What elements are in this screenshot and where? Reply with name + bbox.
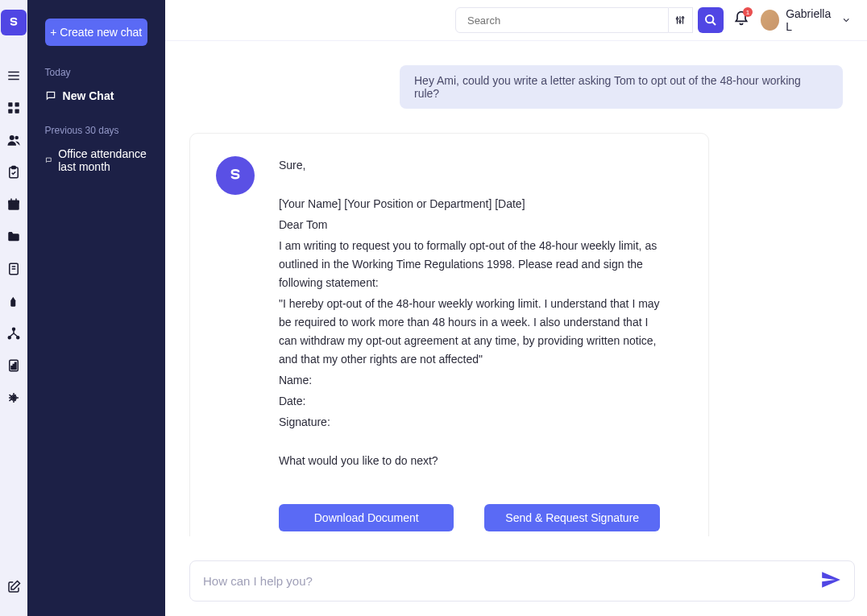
- folder-icon[interactable]: [4, 227, 23, 246]
- avatar: [761, 10, 779, 31]
- ai-actions: Download Document Send & Request Signatu…: [279, 504, 660, 531]
- gear-icon[interactable]: [4, 388, 23, 407]
- user-menu[interactable]: Gabriella L: [761, 7, 851, 33]
- chevron-down-icon: [841, 14, 851, 26]
- svg-rect-22: [11, 366, 13, 370]
- svg-point-20: [17, 337, 19, 339]
- topbar: 1 Gabriella L: [165, 0, 867, 41]
- user-name: Gabriella L: [786, 7, 834, 33]
- edit-icon[interactable]: [4, 577, 23, 597]
- chat-sidebar: + Create new chat Today New Chat Previou…: [27, 0, 165, 616]
- svg-rect-6: [15, 110, 19, 114]
- topbar-right: 1 Gabriella L: [733, 7, 851, 33]
- section-label-today: Today: [27, 67, 165, 78]
- ai-salutation: Dear Tom: [279, 216, 660, 234]
- svg-rect-3: [8, 102, 12, 106]
- send-button[interactable]: [815, 564, 846, 597]
- nav-rail: [0, 0, 27, 616]
- chat-item-label: New Chat: [63, 89, 114, 102]
- app-logo: [1, 10, 27, 35]
- svg-rect-24: [15, 362, 16, 369]
- ai-letter-header: [Your Name] [Your Position or Department…: [279, 195, 660, 213]
- document-icon[interactable]: [4, 259, 23, 279]
- ai-sig-line: Signature:: [279, 413, 660, 432]
- section-label-previous: Previous 30 days: [27, 125, 165, 136]
- svg-point-30: [679, 21, 681, 23]
- ai-name-line: Name:: [279, 371, 660, 390]
- ai-date-line: Date:: [279, 392, 660, 411]
- svg-point-29: [677, 18, 678, 19]
- svg-rect-12: [8, 201, 19, 204]
- org-icon[interactable]: [4, 324, 23, 343]
- svg-point-25: [12, 396, 16, 400]
- ai-statement: "I hereby opt-out of the 48-hour weekly …: [279, 295, 660, 369]
- chat-area: Hey Ami, could you write a letter asking…: [165, 41, 867, 536]
- search-button[interactable]: [698, 7, 724, 33]
- ai-para1: I am writing to request you to formally …: [279, 237, 660, 292]
- svg-point-32: [706, 15, 713, 23]
- chat-item-new[interactable]: New Chat: [27, 85, 165, 107]
- chat-item-label: Office attendance last month: [58, 147, 147, 173]
- composer: [189, 560, 855, 602]
- calendar-icon[interactable]: [4, 195, 23, 214]
- ai-greeting: Sure,: [279, 156, 660, 175]
- svg-rect-10: [12, 167, 16, 169]
- message-input[interactable]: [203, 566, 815, 596]
- ai-response-card: Sure, [Your Name] [Your Position or Depa…: [189, 133, 709, 536]
- svg-line-33: [712, 22, 716, 25]
- send-sign-button[interactable]: Send & Request Signature: [484, 504, 660, 531]
- svg-rect-23: [13, 365, 15, 370]
- ai-body: Sure, [Your Name] [Your Position or Depa…: [279, 156, 660, 472]
- main-area: 1 Gabriella L Hey Ami, could you write a…: [165, 0, 867, 616]
- svg-point-8: [15, 136, 19, 140]
- search-icon: [704, 14, 717, 27]
- report-icon[interactable]: [4, 356, 23, 375]
- svg-rect-4: [15, 102, 19, 106]
- chat-icon: [45, 155, 52, 166]
- send-icon: [820, 569, 841, 590]
- filter-icon[interactable]: [669, 7, 693, 33]
- dashboard-icon[interactable]: [4, 98, 23, 118]
- people-icon[interactable]: [4, 130, 23, 150]
- ai-avatar: [216, 156, 255, 195]
- chat-item-office[interactable]: Office attendance last month: [27, 143, 165, 178]
- chat-icon: [45, 90, 56, 101]
- applause-icon[interactable]: [4, 291, 23, 311]
- user-message-bubble: Hey Ami, could you write a letter asking…: [400, 65, 843, 109]
- clipboard-icon[interactable]: [4, 163, 23, 182]
- svg-point-31: [682, 17, 684, 19]
- notification-badge: 1: [743, 7, 753, 17]
- svg-point-19: [8, 337, 10, 339]
- ai-logo-icon: [227, 167, 243, 184]
- menu-icon[interactable]: [4, 66, 23, 85]
- svg-point-7: [10, 135, 15, 140]
- notifications-button[interactable]: 1: [733, 10, 749, 30]
- ai-closing: What would you like to do next?: [279, 452, 660, 470]
- create-chat-button[interactable]: + Create new chat: [45, 19, 147, 46]
- svg-point-18: [12, 328, 15, 330]
- search-wrap: [455, 7, 724, 33]
- svg-rect-5: [8, 110, 12, 114]
- search-input[interactable]: [455, 7, 669, 33]
- download-button[interactable]: Download Document: [279, 504, 454, 531]
